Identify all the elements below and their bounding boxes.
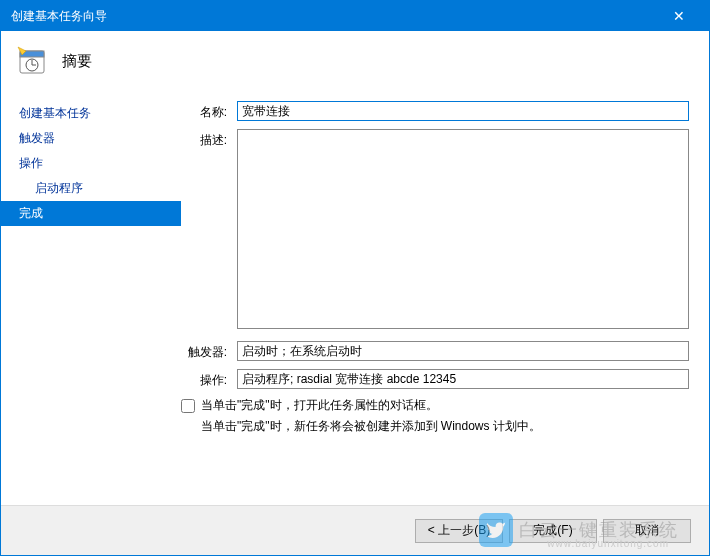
name-input[interactable] xyxy=(237,101,689,121)
trigger-value xyxy=(237,341,689,361)
name-label: 名称: xyxy=(181,101,237,121)
wizard-sidebar: 创建基本任务触发器操作启动程序完成 xyxy=(1,91,181,491)
open-properties-label: 当单击"完成"时，打开此任务属性的对话框。 xyxy=(201,397,438,414)
finish-button[interactable]: 完成(F) xyxy=(509,519,597,543)
sidebar-item-0[interactable]: 创建基本任务 xyxy=(1,101,181,126)
action-value xyxy=(237,369,689,389)
sidebar-item-4[interactable]: 完成 xyxy=(1,201,181,226)
sidebar-item-1[interactable]: 触发器 xyxy=(1,126,181,151)
action-label: 操作: xyxy=(181,369,237,389)
trigger-label: 触发器: xyxy=(181,341,237,361)
description-input[interactable] xyxy=(237,129,689,329)
cancel-button[interactable]: 取消 xyxy=(603,519,691,543)
sidebar-item-2[interactable]: 操作 xyxy=(1,151,181,176)
wizard-icon xyxy=(16,45,48,77)
open-properties-checkbox[interactable] xyxy=(181,399,195,413)
finish-info-text: 当单击"完成"时，新任务将会被创建并添加到 Windows 计划中。 xyxy=(181,418,689,435)
page-title: 摘要 xyxy=(62,52,92,71)
back-button[interactable]: < 上一步(B) xyxy=(415,519,503,543)
close-icon[interactable]: ✕ xyxy=(659,1,699,31)
sidebar-item-3[interactable]: 启动程序 xyxy=(1,176,181,201)
description-label: 描述: xyxy=(181,129,237,149)
window-title: 创建基本任务向导 xyxy=(11,8,659,25)
